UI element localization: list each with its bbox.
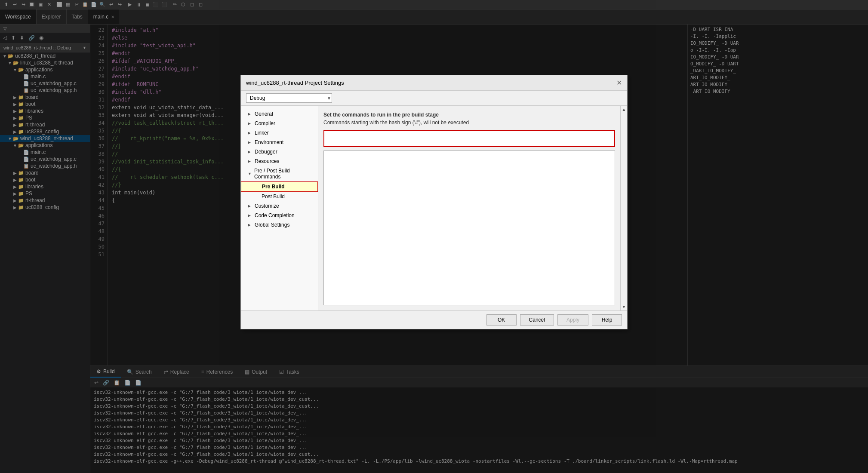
dialog-description: Set the commands to run in the pre build… [323,111,615,126]
dialog-close-button[interactable]: ✕ [616,79,622,87]
dialog-tree-label: Environment [255,139,283,145]
project-settings-dialog: wind_uc8288_rt-thread Project Settings ✕… [240,75,628,329]
dialog-tree-arrow: ▶ [248,131,253,135]
dialog-cancel-button[interactable]: Cancel [520,314,554,326]
dialog-apply-button[interactable]: Apply [557,314,588,326]
dialog-tree-label: Global Settings [255,222,289,228]
dialog-tree-item-code-completion[interactable]: ▶Code Completion [241,211,318,220]
dialog-tree-label: Customize [255,203,279,209]
dialog-tree-item-compiler[interactable]: ▶Compiler [241,119,318,128]
dialog-tree-item-linker[interactable]: ▶Linker [241,128,318,138]
dialog-footer: OK Cancel Apply Help [241,310,627,329]
dialog-config-dropdown[interactable]: Debug [246,93,332,103]
scroll-down-icon[interactable]: ▼ [621,303,628,310]
dialog-tree-arrow: ▶ [248,112,253,116]
dialog-desc-body: Commands starting with the hash sign ('#… [323,120,469,126]
dialog-tree-item-general[interactable]: ▶General [241,109,318,119]
dialog-tree-item-global-settings[interactable]: ▶Global Settings [241,220,318,230]
dialog-tree-arrow: ▶ [248,213,253,218]
dialog-tree-arrow: ▶ [248,204,253,208]
dialog-tree-label: Debugger [255,149,277,155]
dialog-content-area: Set the commands to run in the pre build… [318,106,620,310]
dialog-tree-arrow: ▶ [248,159,253,163]
dialog-tree-item-post-build[interactable]: Post Build [241,192,318,201]
scroll-up-icon[interactable]: ▲ [621,106,628,113]
dialog-tree-label: Pre Build [262,184,285,190]
dialog-tree-arrow: ▶ [248,223,253,227]
dialog-tree-arrow: ▶ [248,140,253,144]
dialog-ok-button[interactable]: OK [486,314,517,326]
dialog-overlay: wind_uc8288_rt-thread Project Settings ✕… [0,0,868,473]
dialog-settings-tree: ▶General▶Compiler▶Linker▶Environment▶Deb… [241,106,318,310]
dialog-tree-arrow: ▼ [248,172,252,176]
dialog-title: wind_uc8288_rt-thread Project Settings [246,80,344,86]
dialog-tree-item-environment[interactable]: ▶Environment [241,138,318,147]
dialog-tree-label: Code Completion [255,212,295,218]
dialog-tree-label: Compiler [255,120,275,126]
dialog-command-textarea[interactable] [323,150,615,305]
dialog-tree-item-resources[interactable]: ▶Resources [241,157,318,166]
dialog-tree-label: General [255,111,273,117]
dialog-tree-label: Post Build [262,194,285,200]
dialog-body: ▶General▶Compiler▶Linker▶Environment▶Deb… [241,106,627,310]
dialog-help-button[interactable]: Help [592,314,622,326]
dialog-tree-arrow: ▶ [248,121,253,126]
dialog-config-row: Debug ▼ [241,91,627,106]
dialog-tree-label: Pre / Post Build Commands [254,168,313,180]
dialog-titlebar: wind_uc8288_rt-thread Project Settings ✕ [241,75,627,91]
dialog-tree-arrow: ▶ [248,150,253,154]
dialog-scrollbar: ▲ ▼ [620,106,627,310]
dialog-tree-item-pre-post-build-commands[interactable]: ▼Pre / Post Build Commands [241,166,318,181]
dialog-tree-label: Resources [255,158,279,164]
dialog-tree-item-pre-build[interactable]: Pre Build [241,181,318,192]
dialog-command-input[interactable] [323,130,615,147]
dialog-tree-item-debugger[interactable]: ▶Debugger [241,147,318,157]
dialog-tree-label: Linker [255,130,269,136]
dialog-tree-item-customize[interactable]: ▶Customize [241,201,318,211]
dialog-desc-title: Set the commands to run in the pre build… [323,112,439,118]
